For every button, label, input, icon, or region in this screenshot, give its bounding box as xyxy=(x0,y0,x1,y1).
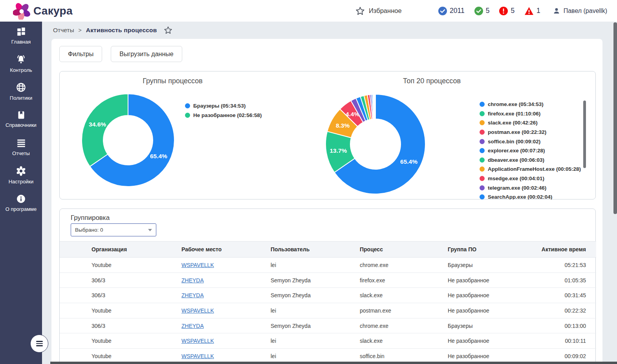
breadcrumb-star-icon[interactable] xyxy=(164,26,172,35)
legend-dot xyxy=(480,148,485,153)
slice-percent-label: 65.4% xyxy=(400,158,417,165)
cell-workstation: ZHEYDA xyxy=(181,318,271,333)
legend-item[interactable]: postman.exe (00:22:32) xyxy=(480,128,586,137)
legend-label: Не разобранное (02:56:58) xyxy=(193,112,262,118)
workstation-link[interactable]: WSPAVELLK xyxy=(181,338,214,344)
donut-slice[interactable] xyxy=(82,94,128,166)
cell-workstation: ZHEYDA xyxy=(181,273,271,288)
export-button[interactable]: Выгрузить данные xyxy=(111,46,182,62)
bell-icon xyxy=(16,54,26,65)
dashboard-icon xyxy=(16,26,26,37)
slice-percent-label: 13.7% xyxy=(330,147,347,154)
cell-user: Semyon Zheyda xyxy=(271,288,360,303)
cell-organization: 306/3 xyxy=(60,318,181,333)
grouping-title: Группировка xyxy=(71,214,110,222)
column-header-org[interactable]: Организация xyxy=(60,241,181,258)
column-header-time[interactable]: Активное время xyxy=(533,241,596,258)
table-row: 306/3ZHEYDASemyon Zheydaslack.exeНе разо… xyxy=(60,288,596,303)
workstation-link[interactable]: ZHEYDA xyxy=(181,277,204,284)
cell-group: Браузеры xyxy=(448,318,533,333)
status-badge-info[interactable]: 2011 xyxy=(438,7,465,15)
legend-label: firefox.exe (01:10:06) xyxy=(488,111,540,117)
cell-active-time: 00:13:00 xyxy=(533,318,596,333)
warning-triangle-icon xyxy=(524,7,534,15)
sidebar-item-references[interactable]: Справочники xyxy=(0,105,42,133)
legend-label: msedge.exe (00:04:01) xyxy=(488,176,544,181)
workstation-link[interactable]: ZHEYDA xyxy=(181,323,204,329)
horizontal-scrollbar[interactable] xyxy=(50,362,617,364)
status-badge-warning[interactable]: 1 xyxy=(524,7,540,15)
legend-dot xyxy=(480,185,485,190)
legend-item[interactable]: SearchApp.exe (00:02:04) xyxy=(480,192,586,199)
cell-active-time: 00:22:32 xyxy=(533,303,596,318)
book-icon xyxy=(16,110,26,120)
top-processes-donut-chart[interactable]: 65.4%13.7%8.3%4.4% xyxy=(325,94,426,194)
legend-item[interactable]: Браузеры (05:34:53) xyxy=(185,101,262,110)
legend-item[interactable]: telegram.exe (00:02:46) xyxy=(480,183,586,192)
cell-group: Не разобранное xyxy=(448,333,533,349)
table-row: 306/3ZHEYDASemyon Zheydafirefox.exeНе ра… xyxy=(60,273,596,288)
check-circle-green-icon xyxy=(474,7,483,15)
workstation-link[interactable]: WSPAVELLK xyxy=(181,307,214,314)
workstation-link[interactable]: WSPAVELLK xyxy=(181,353,214,359)
legend-item[interactable]: explorer.exe (00:07:28) xyxy=(480,146,586,155)
list-icon xyxy=(16,138,26,148)
legend-item[interactable]: dbeaver.exe (00:06:03) xyxy=(480,155,586,165)
sidebar-item-policies[interactable]: Политики xyxy=(0,77,42,105)
cell-process: chrome.exe xyxy=(360,258,448,273)
column-header-process[interactable]: Процесс xyxy=(360,241,448,258)
legend-label: chrome.exe (05:34:53) xyxy=(488,101,544,107)
status-count: 2011 xyxy=(450,7,465,15)
legend-label: SearchApp.exe (00:02:04) xyxy=(488,194,552,199)
cell-active-time: 00:31:45 xyxy=(533,288,596,303)
status-badge-ok[interactable]: 5 xyxy=(474,7,490,15)
app-title: Сакура xyxy=(33,5,73,17)
sidebar-item-settings[interactable]: Настройки xyxy=(0,161,42,189)
legend-dot xyxy=(480,111,485,116)
cell-user: Semyon Zheyda xyxy=(271,273,360,288)
status-badge-error[interactable]: 5 xyxy=(499,7,514,15)
groups-donut-chart[interactable]: 65.4%34.6% xyxy=(81,93,175,187)
legend-item[interactable]: Не разобранное (02:56:58) xyxy=(185,110,262,120)
grouping-select[interactable]: Выбрано: 0 xyxy=(71,223,156,236)
favorites-button[interactable]: Избранное xyxy=(355,0,402,22)
sidebar-item-home[interactable]: Главная xyxy=(0,22,42,49)
legend-dot xyxy=(185,113,190,118)
legend-item[interactable]: ApplicationFrameHost.exe (00:05:28) xyxy=(480,165,586,174)
workstation-link[interactable]: WSPAVELLK xyxy=(181,262,214,268)
charts-panel: Группы процессов Топ 20 процессов 65.4%3… xyxy=(59,71,596,199)
cell-workstation: WSPAVELLK xyxy=(181,333,271,349)
legend-item[interactable]: firefox.exe (01:10:06) xyxy=(480,109,586,119)
status-badges: 2011 5 5 1 xyxy=(438,0,540,22)
legend-dot xyxy=(480,130,485,135)
legend-dot xyxy=(480,194,485,199)
legend-dot xyxy=(480,120,485,125)
sidebar-item-reports[interactable]: Отчеты xyxy=(0,133,42,161)
cell-organization: Youtube xyxy=(60,303,181,318)
donut-slice[interactable] xyxy=(375,94,375,119)
vertical-scrollbar[interactable] xyxy=(613,22,617,214)
workstation-link[interactable]: ZHEYDA xyxy=(181,292,204,298)
filters-button[interactable]: Фильтры xyxy=(59,46,102,62)
legend-item[interactable]: chrome.exe (05:34:53) xyxy=(480,100,586,109)
column-header-workstation[interactable]: Рабочее место xyxy=(181,241,271,258)
table-row: YoutubeWSPAVELLKleipostman.exeНе разобра… xyxy=(60,303,596,318)
sidebar-item-control[interactable]: Контроль xyxy=(0,49,42,77)
column-header-group[interactable]: Группа ПО xyxy=(448,241,533,258)
check-circle-blue-icon xyxy=(438,7,447,15)
cell-user: lei xyxy=(271,258,360,273)
cell-process: chrome.exe xyxy=(360,318,448,333)
column-header-user[interactable]: Пользователь xyxy=(271,241,360,258)
logo[interactable]: Сакура xyxy=(13,0,73,22)
legend-dot xyxy=(480,102,485,107)
legend-item[interactable]: msedge.exe (00:04:01) xyxy=(480,174,586,183)
cell-group: Браузеры xyxy=(448,258,533,273)
legend-item[interactable]: soffice.bin (00:09:02) xyxy=(480,137,586,146)
sidebar-item-about[interactable]: О программе xyxy=(0,189,42,217)
sidebar-toggle-button[interactable] xyxy=(30,335,48,353)
breadcrumb-parent[interactable]: Отчеты xyxy=(53,27,74,34)
legend-scrollbar[interactable] xyxy=(583,101,586,168)
exclamation-circle-icon xyxy=(499,7,508,15)
legend-item[interactable]: slack.exe (00:42:26) xyxy=(480,118,586,128)
user-menu[interactable]: Павел (pavellk) xyxy=(553,0,607,22)
